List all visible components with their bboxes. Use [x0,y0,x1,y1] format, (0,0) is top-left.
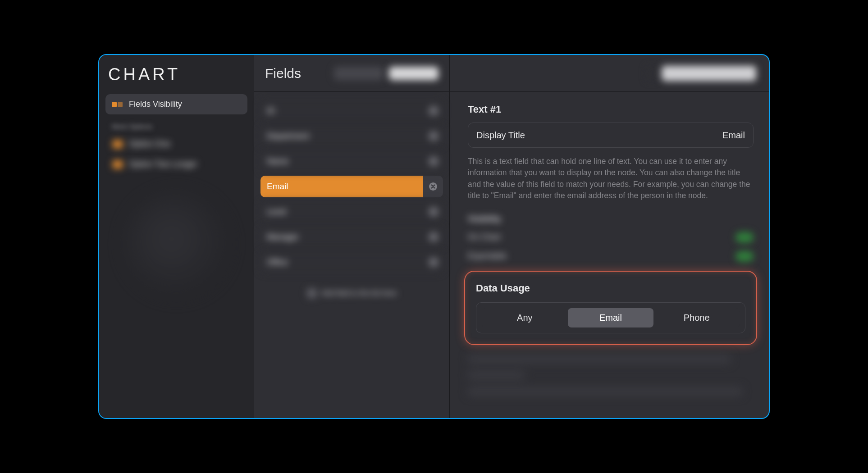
data-usage-highlight: Data Usage Any Email Phone [464,271,757,345]
app-window: CHART Fields Visibility More Options Opt… [98,54,770,419]
section-title: Text #1 [468,104,754,115]
segment-email[interactable]: Email [568,308,654,327]
svg-rect-1 [118,102,123,107]
visibility-toggle-icon[interactable] [429,156,439,166]
generic-icon [112,140,123,148]
fields-footer[interactable]: Add field to the list here [260,288,443,298]
segment-phone[interactable]: Phone [653,308,740,327]
fields-header-controls [334,67,439,80]
header-control[interactable] [662,66,756,81]
sidebar: CHART Fields Visibility More Options Opt… [99,55,254,418]
display-title-value: Email [722,130,745,141]
field-row[interactable]: Manager [260,226,443,248]
options-header-label: Visibility [468,214,501,224]
svg-rect-2 [113,140,123,148]
display-title-label: Display Title [476,130,525,141]
sidebar-preview-circle [125,192,228,296]
toggle-switch[interactable] [736,251,754,262]
field-row[interactable]: Level [260,201,443,223]
data-usage-segmented-wrap: Any Email Phone [476,302,745,333]
details-more-blurred [468,355,754,396]
fields-list: ID Department Name Email [254,92,449,303]
details-column: Text #1 Display Title Email This is a te… [450,55,769,418]
header-chip[interactable] [389,67,439,80]
visibility-toggle-icon[interactable] [429,207,439,217]
svg-rect-0 [112,102,117,107]
segment-any[interactable]: Any [482,308,568,327]
sidebar-item-label: Option One [129,139,170,149]
option-label: Exportable [468,251,507,261]
options-group: Visibility On Chart Exportable [468,214,754,262]
toggle-switch[interactable] [736,232,754,243]
data-usage-title: Data Usage [476,282,745,294]
option-label: On Chart [468,232,501,242]
visibility-toggle-icon[interactable] [429,131,439,141]
sidebar-item-label: Option Two Longer [129,159,197,169]
field-label: Name [267,157,288,166]
field-label-selected: Email [260,176,423,197]
field-label: Level [267,207,286,217]
field-row[interactable]: Name [260,150,443,172]
field-row[interactable]: Office [260,251,443,273]
field-label: Office [267,258,288,267]
data-usage-segmented: Any Email Phone [482,308,740,327]
header-chip[interactable] [334,67,384,80]
field-label: Email [267,182,288,191]
sidebar-item-label: Fields Visibility [129,100,182,109]
option-row[interactable]: Exportable [468,251,754,262]
fields-header: Fields [254,55,449,92]
field-row-selected[interactable]: Email [260,176,443,197]
add-icon [307,288,317,298]
visibility-toggle-icon[interactable] [429,257,439,267]
close-circle-icon [429,182,438,191]
sidebar-group-label: More Options [112,123,247,130]
sidebar-item-blurred-1[interactable]: Option One [105,134,247,154]
remove-field-button[interactable] [423,176,443,197]
sidebar-item-blurred-2[interactable]: Option Two Longer [105,154,247,174]
option-row[interactable]: On Chart [468,232,754,243]
field-description: This is a text field that can hold one l… [468,156,754,202]
sidebar-title: CHART [108,65,247,84]
fields-column: Fields ID Department Name [254,55,450,418]
field-label: Manager [267,232,299,242]
options-header: Visibility [468,214,754,224]
details-header [450,55,769,92]
fields-title: Fields [265,66,301,81]
field-row[interactable]: ID [260,100,443,122]
display-title-input[interactable]: Display Title Email [468,123,754,148]
fields-visibility-icon [112,100,123,109]
field-label: Department [267,132,309,141]
svg-rect-3 [113,160,123,168]
field-label: ID [267,106,275,116]
generic-icon [112,160,123,168]
sidebar-item-fields-visibility[interactable]: Fields Visibility [105,94,247,114]
details-body: Text #1 Display Title Email This is a te… [450,92,769,418]
header-control[interactable] [646,66,657,81]
visibility-toggle-icon[interactable] [429,232,439,242]
field-row[interactable]: Department [260,125,443,147]
visibility-toggle-icon[interactable] [429,106,439,116]
fields-footer-text: Add field to the list here [321,289,397,297]
